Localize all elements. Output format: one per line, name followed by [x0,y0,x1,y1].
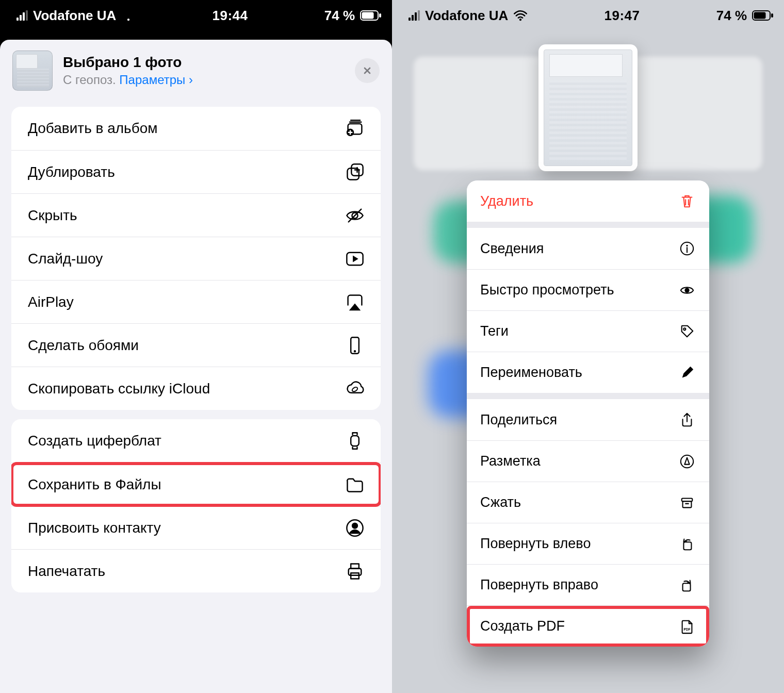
airplay-icon [344,291,366,314]
share-action-contact[interactable]: Присвоить контакту [11,506,381,549]
pencil-icon [678,364,696,382]
add-to-album-icon [344,117,366,140]
menu-item-label: Повернуть вправо [480,577,598,593]
menu-item-label: Создать PDF [480,618,565,634]
action-label: Скрыть [28,207,77,224]
share-action-airplay[interactable]: AirPlay [11,280,381,323]
share-action-play-rect[interactable]: Слайд-шоу [11,237,381,280]
folder-icon [344,473,366,496]
hide-eye-icon [344,204,366,227]
share-sheet-header: Выбрано 1 фото С геопоз. Параметры [0,40,392,102]
share-action-folder[interactable]: Сохранить в Файлы [11,463,381,506]
menu-item-label: Поделиться [480,412,557,428]
status-bar: Vodafone UA 19:47 74 % [392,0,784,31]
menu-item-label: Переименовать [480,365,582,381]
menu-item-eye[interactable]: Быстро просмотреть [467,269,709,310]
svg-point-4 [519,19,521,21]
battery-icon [752,10,774,21]
pdf-icon [678,618,696,635]
archive-icon [678,494,696,512]
context-menu: Удалить СведенияБыстро просмотретьТегиПе… [467,180,709,647]
wifi-icon [513,10,528,21]
svg-point-0 [127,19,129,21]
screenshot-left: Vodafone UA 19:44 74 % Выбрано 1 фото С … [0,0,392,693]
share-action-phone[interactable]: Сделать обоями [11,323,381,367]
action-label: Сохранить в Файлы [28,476,161,493]
share-action-watch[interactable]: Создать циферблат [11,419,381,463]
screenshot-right: Vodafone UA 19:47 74 % Удалить СведенияБ… [392,0,784,693]
share-action-add-to-album[interactable]: Добавить в альбом [11,107,381,150]
menu-item-markup[interactable]: Разметка [467,440,709,482]
svg-rect-6 [754,12,766,19]
action-label: Сделать обоями [28,337,139,354]
menu-item-label: Быстро просмотреть [480,282,614,298]
menu-item-trash[interactable]: Удалить [467,180,709,222]
carrier-label: Vodafone UA [425,8,508,24]
clock: 19:44 [213,8,248,24]
status-bar: Vodafone UA 19:44 74 % [0,0,392,31]
info-icon [678,240,696,257]
action-label: Добавить в альбом [28,120,158,137]
play-rect-icon [344,248,366,270]
carrier-label: Vodafone UA [33,8,116,24]
share-sheet: Выбрано 1 фото С геопоз. Параметры Добав… [0,40,392,693]
menu-item-info[interactable]: Сведения [467,228,709,269]
menu-item-pencil[interactable]: Переименовать [467,352,709,393]
svg-rect-7 [771,13,773,18]
share-action-duplicate[interactable]: Дублировать [11,150,381,193]
wifi-icon [121,10,136,21]
menu-item-label: Разметка [480,453,541,469]
cellular-icon [409,10,420,21]
action-label: Слайд-шоу [28,251,103,267]
menu-item-label: Повернуть влево [480,536,591,552]
trash-icon [678,192,696,210]
action-label: Напечатать [28,563,105,580]
menu-item-archive[interactable]: Сжать [467,482,709,523]
menu-item-tag[interactable]: Теги [467,310,709,352]
eye-icon [678,282,696,299]
watch-icon [344,430,366,452]
share-title: Выбрано 1 фото [63,54,193,71]
file-preview-card[interactable] [538,44,638,171]
tag-icon [678,323,696,340]
share-action-group: Добавить в альбомДублироватьСкрытьСлайд-… [11,107,381,410]
svg-rect-3 [379,13,381,18]
markup-icon [678,453,696,470]
menu-item-label: Удалить [480,193,533,209]
duplicate-icon [344,161,366,184]
share-action-printer[interactable]: Напечатать [11,549,381,592]
menu-item-rotate-right[interactable]: Повернуть вправо [467,564,709,605]
menu-item-pdf[interactable]: Создать PDF [467,605,709,647]
battery-percent: 74 % [324,8,355,24]
share-action-cloud-link[interactable]: Скопировать ссылку iCloud [11,367,381,410]
menu-item-share[interactable]: Поделиться [467,399,709,440]
action-label: Дублировать [28,164,115,180]
rotate-right-icon [678,576,696,594]
clock: 19:47 [605,8,640,24]
cloud-link-icon [344,377,366,400]
action-label: Создать циферблат [28,433,161,449]
share-icon [678,411,696,428]
share-action-group: Создать циферблатСохранить в ФайлыПрисво… [11,419,381,592]
action-label: Скопировать ссылку iCloud [28,381,210,397]
svg-rect-2 [362,12,374,19]
contact-icon [344,517,366,539]
battery-icon [360,10,382,21]
menu-item-rotate-left[interactable]: Повернуть влево [467,523,709,564]
share-subtitle: С геопоз. Параметры [63,73,193,87]
share-action-hide-eye[interactable]: Скрыть [11,193,381,237]
share-preview-thumbnail[interactable] [12,51,53,91]
cellular-icon [17,10,28,21]
menu-item-label: Сведения [480,241,544,257]
phone-icon [344,334,366,357]
action-label: Присвоить контакту [28,520,161,536]
menu-item-label: Теги [480,323,509,339]
battery-percent: 74 % [716,8,747,24]
action-label: AirPlay [28,294,74,310]
printer-icon [344,560,366,583]
close-button[interactable] [355,58,380,83]
menu-item-label: Сжать [480,494,521,510]
rotate-left-icon [678,535,696,553]
share-options-link[interactable]: Параметры [119,73,193,87]
